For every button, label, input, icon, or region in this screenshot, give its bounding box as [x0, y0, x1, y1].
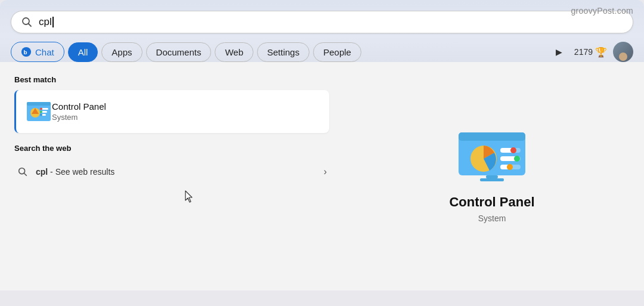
svg-line-14	[24, 173, 26, 175]
tab-people[interactable]: People	[313, 42, 361, 62]
web-search-section-label: Search the web	[14, 144, 329, 153]
best-match-info: Control Panel System	[52, 101, 320, 122]
tab-settings-label: Settings	[267, 47, 299, 57]
tab-all[interactable]: All	[68, 42, 98, 62]
best-match-subtitle: System	[52, 113, 320, 122]
svg-point-23	[514, 156, 520, 162]
tab-people-label: People	[323, 47, 351, 57]
tab-web[interactable]: Web	[215, 42, 253, 62]
watermark-text: groovyPost.com	[571, 6, 633, 16]
tab-chat-label: Chat	[35, 47, 54, 57]
control-panel-small-icon	[26, 98, 52, 125]
chevron-right-icon: ›	[324, 166, 327, 177]
tab-all-label: All	[78, 47, 88, 57]
search-query-text: cpl	[39, 16, 52, 28]
best-match-section-label: Best match	[14, 75, 329, 84]
web-search-section: Search the web cpl - See web results ›	[14, 144, 329, 185]
svg-rect-16	[459, 132, 525, 141]
bing-icon: b	[21, 47, 32, 57]
svg-rect-27	[486, 175, 498, 178]
main-content: Best match Control Panel	[0, 62, 644, 290]
avatar-image	[613, 42, 633, 62]
web-search-loop-icon	[17, 166, 29, 178]
tab-documents[interactable]: Documents	[146, 42, 212, 62]
tab-settings[interactable]: Settings	[257, 42, 309, 62]
text-cursor	[52, 17, 54, 27]
web-search-query: cpl	[36, 167, 48, 177]
avatar-head	[619, 52, 627, 61]
search-bar[interactable]: cpl	[11, 11, 633, 33]
right-panel-subtitle: System	[478, 214, 506, 223]
svg-line-1	[29, 24, 32, 27]
more-tabs-button[interactable]: ▶	[550, 43, 568, 61]
right-panel: Control Panel System	[340, 62, 644, 290]
web-search-suffix: - See web results	[48, 167, 114, 177]
tab-apps-label: Apps	[112, 47, 132, 57]
right-panel-title: Control Panel	[449, 194, 534, 210]
tab-web-label: Web	[225, 47, 243, 57]
best-match-item[interactable]: Control Panel System	[14, 90, 329, 133]
svg-point-10	[40, 108, 42, 110]
tab-documents-label: Documents	[156, 47, 202, 57]
tabs-right: ▶ 2179 🏆	[550, 42, 633, 62]
best-match-title: Control Panel	[52, 101, 320, 112]
tab-chat[interactable]: b Chat	[11, 42, 64, 62]
svg-rect-28	[480, 178, 504, 181]
points-value: 2179	[574, 47, 593, 57]
control-panel-large-icon	[456, 130, 528, 184]
search-icon	[21, 16, 33, 28]
search-container: cpl b Chat All Apps Documents Web Se	[0, 0, 644, 62]
trophy-icon: 🏆	[595, 47, 607, 58]
svg-point-26	[507, 164, 513, 170]
tabs-row: b Chat All Apps Documents Web Settings P…	[11, 42, 633, 62]
svg-rect-5	[27, 102, 51, 106]
svg-point-12	[40, 114, 42, 116]
tab-apps[interactable]: Apps	[101, 42, 142, 62]
svg-text:b: b	[24, 49, 27, 55]
points-badge: 2179 🏆	[574, 47, 607, 58]
left-panel: Best match Control Panel	[0, 62, 340, 290]
user-avatar[interactable]	[613, 42, 633, 62]
search-input[interactable]: cpl	[39, 16, 623, 28]
svg-point-20	[510, 147, 516, 153]
web-search-item[interactable]: cpl - See web results ›	[14, 159, 329, 185]
svg-point-11	[40, 111, 42, 113]
web-search-text: cpl - See web results	[36, 167, 317, 177]
